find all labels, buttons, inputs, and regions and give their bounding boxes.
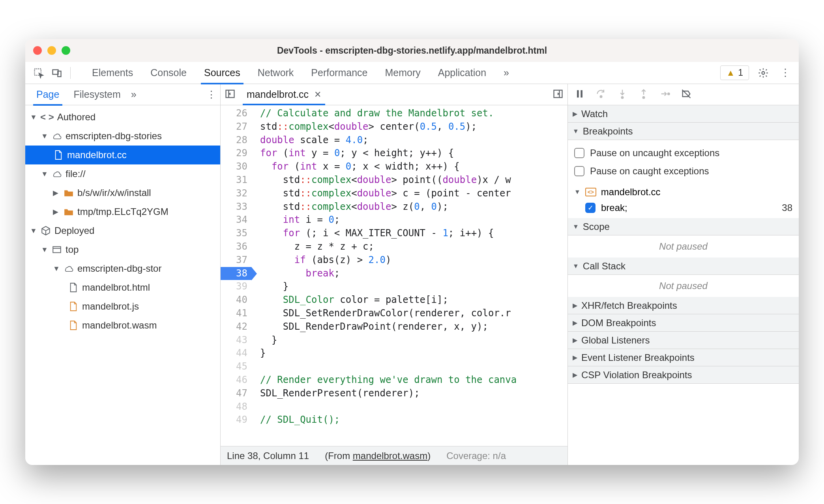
toggle-navigator-icon[interactable] bbox=[225, 88, 236, 101]
tab-elements[interactable]: Elements bbox=[83, 62, 142, 84]
tab-memory[interactable]: Memory bbox=[376, 62, 429, 84]
source-origin: (From mandelbrot.wasm) bbox=[325, 450, 431, 461]
tree-frame-top[interactable]: ▼ top bbox=[25, 240, 220, 259]
editor-status-bar: Line 38, Column 11 (From mandelbrot.wasm… bbox=[221, 446, 567, 465]
step-icon[interactable] bbox=[659, 88, 670, 101]
breakpoint-line-number: 38 bbox=[782, 202, 792, 213]
nav-tab-filesystem[interactable]: Filesystem bbox=[66, 84, 127, 105]
nav-tabs-overflow[interactable]: » bbox=[131, 89, 137, 100]
line-gutter[interactable]: 2627282930313233343536373839404142434445… bbox=[221, 105, 251, 446]
section-global[interactable]: ▶ Global Listeners bbox=[568, 332, 799, 349]
tree-file-js[interactable]: mandelbrot.js bbox=[25, 297, 220, 316]
file-icon bbox=[68, 301, 79, 312]
devtools-window: DevTools - emscripten-dbg-stories.netlif… bbox=[25, 39, 799, 465]
section-breakpoints[interactable]: ▼ Breakpoints bbox=[568, 123, 799, 140]
caret-down-icon: ▼ bbox=[573, 128, 579, 135]
step-over-icon[interactable] bbox=[596, 88, 607, 101]
main-toolbar: Elements Console Sources Network Perform… bbox=[25, 62, 799, 84]
svg-point-10 bbox=[622, 97, 624, 99]
source-link[interactable]: mandelbrot.wasm bbox=[353, 450, 427, 461]
tab-console[interactable]: Console bbox=[142, 62, 195, 84]
cloud-icon bbox=[63, 263, 74, 274]
warning-count: 1 bbox=[738, 67, 743, 78]
device-toggle-icon[interactable] bbox=[49, 65, 65, 81]
svg-rect-6 bbox=[554, 90, 562, 97]
pause-caught-row[interactable]: Pause on caught exceptions bbox=[574, 162, 792, 180]
file-icon bbox=[53, 149, 64, 161]
caret-right-icon: ▶ bbox=[573, 110, 577, 118]
tabs-overflow[interactable]: » bbox=[495, 62, 518, 84]
svg-rect-8 bbox=[581, 90, 582, 97]
checkbox-checked-icon[interactable]: ✓ bbox=[585, 203, 596, 213]
editor-pane: mandelbrot.cc ✕ 262728293031323334353637… bbox=[221, 84, 567, 465]
step-out-icon[interactable] bbox=[638, 88, 649, 101]
file-icon bbox=[68, 320, 79, 331]
nav-tab-page[interactable]: Page bbox=[29, 84, 66, 105]
more-icon[interactable]: ⋮ bbox=[777, 65, 793, 81]
tree-file-scheme[interactable]: ▼ file:// bbox=[25, 164, 220, 183]
tab-application[interactable]: Application bbox=[429, 62, 495, 84]
checkbox-unchecked-icon[interactable] bbox=[574, 166, 584, 176]
breakpoints-body: Pause on uncaught exceptions Pause on ca… bbox=[568, 140, 799, 184]
code-lines[interactable]: // Calculate and draw the Mandelbrot set… bbox=[251, 105, 567, 446]
section-callstack[interactable]: ▼ Call Stack bbox=[568, 258, 799, 275]
svg-rect-4 bbox=[53, 246, 61, 252]
tab-sources[interactable]: Sources bbox=[195, 62, 249, 84]
tab-performance[interactable]: Performance bbox=[302, 62, 376, 84]
callstack-not-paused: Not paused bbox=[568, 275, 799, 297]
svg-rect-7 bbox=[577, 90, 579, 97]
tree-origin-deployed[interactable]: ▼ emscripten-dbg-stor bbox=[25, 259, 220, 278]
section-watch[interactable]: ▶ Watch bbox=[568, 105, 799, 123]
navigator-tabs: Page Filesystem » ⋮ bbox=[25, 84, 220, 105]
deactivate-breakpoints-icon[interactable] bbox=[681, 88, 692, 101]
file-icon bbox=[68, 282, 79, 293]
editor-tab-mandelbrot[interactable]: mandelbrot.cc ✕ bbox=[240, 84, 328, 105]
frame-icon bbox=[51, 244, 62, 255]
window-title: DevTools - emscripten-dbg-stories.netlif… bbox=[25, 45, 799, 56]
settings-icon[interactable] bbox=[755, 65, 771, 81]
tree-origin[interactable]: ▼ emscripten-dbg-stories bbox=[25, 127, 220, 146]
section-event[interactable]: ▶ Event Listener Breakpoints bbox=[568, 349, 799, 366]
section-xhr[interactable]: ▶ XHR/fetch Breakpoints bbox=[568, 297, 799, 314]
tree-authored[interactable]: ▼ < > Authored bbox=[25, 108, 220, 127]
divider bbox=[70, 67, 71, 79]
navigator-pane: Page Filesystem » ⋮ ▼ < > Authored ▼ ems… bbox=[25, 84, 221, 465]
breakpoint-entry[interactable]: ✓ break; 38 bbox=[568, 200, 799, 218]
tree-file-wasm[interactable]: mandelbrot.wasm bbox=[25, 316, 220, 335]
close-tab-icon[interactable]: ✕ bbox=[314, 90, 321, 100]
scope-not-paused: Not paused bbox=[568, 235, 799, 258]
nav-more-icon[interactable]: ⋮ bbox=[206, 89, 216, 100]
section-scope[interactable]: ▼ Scope bbox=[568, 218, 799, 235]
tree-file-mandelbrot-cc[interactable]: mandelbrot.cc bbox=[25, 146, 220, 164]
main-area: Page Filesystem » ⋮ ▼ < > Authored ▼ ems… bbox=[25, 84, 799, 465]
source-badge-icon: <> bbox=[585, 188, 596, 196]
svg-point-11 bbox=[643, 97, 645, 99]
pause-icon[interactable] bbox=[574, 88, 585, 101]
tree-folder-tmp[interactable]: ▶ tmp/tmp.ELcTq2YGM bbox=[25, 202, 220, 221]
panel-tabs: Elements Console Sources Network Perform… bbox=[83, 62, 518, 84]
svg-point-9 bbox=[600, 95, 602, 97]
caret-down-icon: ▼ bbox=[574, 189, 581, 196]
tree-file-html[interactable]: mandelbrot.html bbox=[25, 278, 220, 297]
code-editor[interactable]: 2627282930313233343536373839404142434445… bbox=[221, 105, 567, 446]
section-csp[interactable]: ▶ CSP Violation Breakpoints bbox=[568, 366, 799, 384]
caret-down-icon: ▼ bbox=[573, 263, 579, 270]
tab-network[interactable]: Network bbox=[249, 62, 303, 84]
tree-folder-install[interactable]: ▶ b/s/w/ir/x/w/install bbox=[25, 183, 220, 202]
caret-down-icon: ▼ bbox=[573, 223, 579, 230]
svg-point-3 bbox=[762, 71, 765, 74]
inspect-element-icon[interactable] bbox=[31, 65, 47, 81]
warning-badge[interactable]: ▲ 1 bbox=[720, 65, 749, 80]
section-dom[interactable]: ▶ DOM Breakpoints bbox=[568, 314, 799, 332]
toggle-debugger-icon[interactable] bbox=[552, 88, 564, 101]
toolbar-right: ▲ 1 ⋮ bbox=[720, 65, 793, 81]
editor-tabs: mandelbrot.cc ✕ bbox=[221, 84, 567, 105]
checkbox-unchecked-icon[interactable] bbox=[574, 148, 584, 158]
caret-right-icon: ▶ bbox=[573, 319, 577, 327]
step-into-icon[interactable] bbox=[617, 88, 628, 101]
deployed-icon bbox=[40, 225, 51, 236]
debugger-pane: ▶ Watch ▼ Breakpoints Pause on uncaught … bbox=[567, 84, 799, 465]
pause-uncaught-row[interactable]: Pause on uncaught exceptions bbox=[574, 144, 792, 162]
tree-deployed[interactable]: ▼ Deployed bbox=[25, 221, 220, 240]
breakpoint-file[interactable]: ▼ <> mandelbrot.cc bbox=[568, 184, 799, 200]
